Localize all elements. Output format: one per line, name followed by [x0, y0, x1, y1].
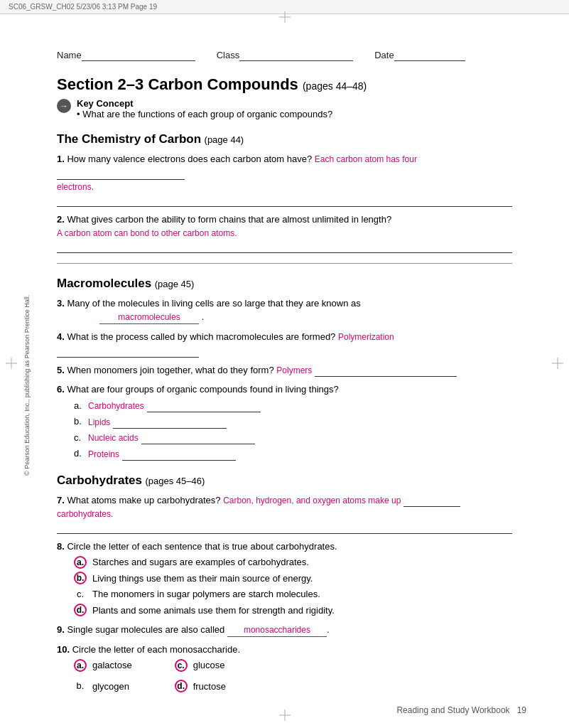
subsection-macromolecules: Macromolecules (page 45): [57, 277, 512, 291]
key-concept-bullet: • What are the functions of each group o…: [77, 109, 332, 119]
q10-col-left: a. galactose b. glycogen: [74, 656, 132, 695]
q1-answer-line: [57, 168, 185, 180]
class-label: Class: [217, 50, 354, 61]
q1-second-line: [57, 196, 512, 207]
q10-choice-d: d. fructose: [175, 680, 226, 694]
q6-item-a: a. Carbohydrates: [74, 399, 512, 413]
q6a-line: [147, 401, 261, 412]
question-5: 5. When monomers join together, what do …: [57, 363, 512, 378]
circle-a: a.: [74, 556, 87, 569]
name-field[interactable]: [82, 50, 195, 61]
question-7: 7. What atoms make up carbohydrates? Car…: [57, 493, 512, 534]
q6-item-c: c. Nucleic acids: [74, 431, 512, 445]
date-field[interactable]: [394, 50, 465, 61]
question-2: 2. What gives carbon the ability to form…: [57, 213, 512, 253]
q6-list: a. Carbohydrates b. Lipids c. Nucleic ac…: [74, 399, 512, 461]
section-title: Section 2–3 Carbon Compounds (pages 44–4…: [57, 75, 512, 94]
q8-choice-a: a. Starches and sugars are examples of c…: [74, 555, 512, 569]
q6-item-b: b. Lipids: [74, 414, 512, 429]
q6c-line: [141, 433, 255, 444]
q7-answer-line: [403, 496, 460, 507]
q6-item-d: d. Proteins: [74, 446, 512, 461]
question-9: 9. Single sugar molecules are also calle…: [57, 623, 512, 637]
q4-answer-line: [57, 346, 199, 358]
class-field[interactable]: [239, 50, 353, 61]
divider-1: [57, 263, 512, 264]
question-6: 6. What are four groups of organic compo…: [57, 382, 512, 461]
q7-second-line: [57, 523, 512, 534]
q8-choice-d: d. Plants and some animals use them for …: [74, 604, 512, 618]
date-label: Date: [374, 50, 465, 61]
question-3: 3. Many of the molecules in living cells…: [57, 296, 512, 324]
subsection-chemistry-carbon: The Chemistry of Carbon (page 44): [57, 132, 512, 146]
key-concept-icon: [57, 99, 71, 113]
question-4: 4. What is the process called by which m…: [57, 330, 512, 358]
q6d-line: [122, 449, 236, 461]
key-concept: Key Concept • What are the functions of …: [57, 98, 512, 119]
header-text: SC06_GRSW_CH02 5/23/06 3:13 PM Page 19: [9, 3, 157, 11]
q10-col-right: c. glucose d. fructose: [175, 656, 226, 695]
circle-q10-c: c.: [175, 659, 188, 672]
page-wrapper: SC06_GRSW_CH02 5/23/06 3:13 PM Page 19 ©…: [0, 0, 569, 728]
circle-q10-d: d.: [175, 680, 188, 692]
q8-choice-b: b. Living things use them as their main …: [74, 572, 512, 586]
q10-choice-b: b. glycogen: [74, 680, 132, 694]
question-8: 8. Circle the letter of each sentence th…: [57, 540, 512, 618]
q2-answer-line: [57, 242, 512, 253]
footer: Reading and Study Workbook 19: [396, 705, 526, 715]
plain-c: c.: [74, 588, 87, 601]
name-class-date-row: Name Class Date: [57, 50, 512, 61]
q5-answer-line: [315, 365, 457, 377]
plain-q10-b: b.: [74, 680, 87, 692]
question-10: 10. Circle the letter of each monosaccha…: [57, 643, 512, 696]
q8-choices: a. Starches and sugars are examples of c…: [74, 555, 512, 617]
circle-q10-a: a.: [74, 659, 87, 672]
key-concept-text: Key Concept • What are the functions of …: [77, 98, 332, 119]
q6b-line: [113, 417, 227, 429]
subsection-carbohydrates: Carbohydrates (pages 45–46): [57, 473, 512, 488]
q10-choice-a: a. galactose: [74, 658, 132, 673]
name-label: Name: [57, 50, 195, 61]
circle-b: b.: [74, 572, 87, 584]
circle-d: d.: [74, 604, 87, 616]
q10-choices: a. galactose b. glycogen c. glucose d.: [74, 656, 512, 695]
question-1: 1. How many valence electrons does each …: [57, 152, 512, 207]
q10-choice-c: c. glucose: [175, 658, 226, 673]
q3-blank-container: macromolecules: [99, 311, 202, 322]
q8-choice-c: c. The monomers in sugar polymers are st…: [74, 587, 512, 601]
